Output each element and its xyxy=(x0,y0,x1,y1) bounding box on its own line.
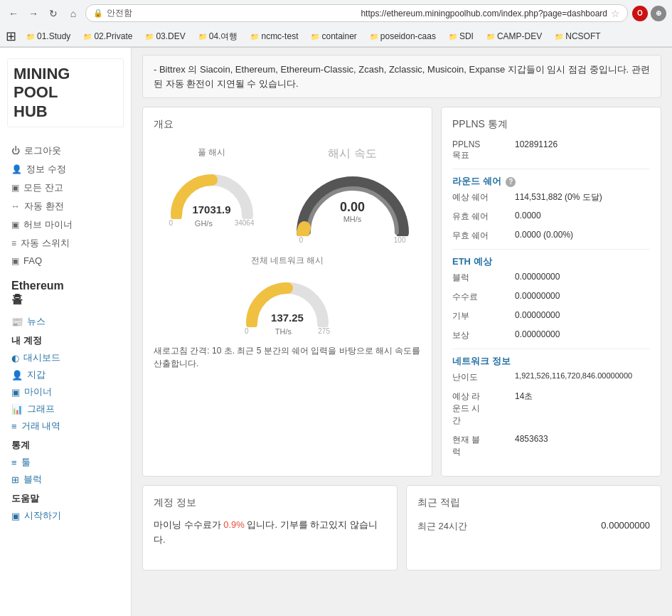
getstarted-icon: ▣ xyxy=(11,511,20,521)
sidebar-item-auto-switch[interactable]: ≡ 자동 스위치 xyxy=(7,234,124,253)
sidebar-item-getstarted[interactable]: ▣ 시작하기 xyxy=(7,507,124,524)
hash-speed-gauge-wrapper: 해시 속도 0.00 xyxy=(296,147,410,244)
network-hash-max: 275 xyxy=(318,327,330,336)
pplns-target-row: PPLNS목표 102891126 xyxy=(452,139,650,161)
news-icon: 📰 xyxy=(11,317,23,327)
network-hash-section: 전체 네트워크 해시 137.25 0 TH/s 275 xyxy=(154,255,421,336)
reward-label: 보상 xyxy=(452,329,509,341)
round-share-info-icon[interactable]: ? xyxy=(506,177,516,187)
valid-share-value: 0.0000 xyxy=(515,211,541,223)
pool-hash-gauge: 17031.9 xyxy=(166,162,258,219)
sidebar-item-auto-exchange[interactable]: ↔ 자동 환전 xyxy=(7,197,124,216)
bookmark-poseidon-label: poseidon-caas xyxy=(380,31,436,41)
content-area: - Bittrex 의 Siacoin, Ethereum, Ethereum-… xyxy=(132,48,672,616)
sidebar-item-dashboard[interactable]: ◐ 대시보드 xyxy=(7,349,124,366)
exchange-icon: ↔ xyxy=(11,201,20,211)
pool-hash-min: 0 xyxy=(169,219,174,228)
back-button[interactable]: ← xyxy=(6,6,21,21)
notice-banner: - Bittrex 의 Siacoin, Ethereum, Ethereum-… xyxy=(142,55,661,98)
wallet-label: 지갑 xyxy=(27,368,46,381)
user-icon: 👤 xyxy=(11,164,22,174)
eth-estimate-title[interactable]: ETH 예상 xyxy=(452,255,650,268)
forward-button[interactable]: → xyxy=(26,6,41,21)
sidebar: MINING POOL HUB ⏻ 로그아웃 👤 정보 수정 ▣ 모든 잔고 ↔… xyxy=(0,48,132,616)
bookmark-sdi[interactable]: 📁 SDI xyxy=(443,30,479,43)
notice-text: - Bittrex 의 Siacoin, Ethereum, Ethereum-… xyxy=(154,64,650,89)
network-info-title[interactable]: 네트워크 정보 xyxy=(452,355,650,368)
faq-label: FAQ xyxy=(23,255,42,266)
block-row: 블럭 0.00000000 xyxy=(452,272,650,284)
hash-speed-value: 0.00 xyxy=(340,200,365,215)
sidebar-item-tools[interactable]: ≡ 툴 xyxy=(7,454,124,471)
current-block-row: 현재 블럭 4853633 xyxy=(452,434,650,458)
current-block-value: 4853633 xyxy=(515,434,548,458)
bookmark-study[interactable]: 📁 01.Study xyxy=(21,30,76,43)
recent-24h-value: 0.00000000 xyxy=(601,520,650,533)
all-balance-label: 모든 잔고 xyxy=(23,181,63,194)
bookmark-ncsoft[interactable]: 📁 NCSOFT xyxy=(549,30,606,43)
network-hash-gauge: 137.25 xyxy=(241,270,334,327)
address-text: 안전함 xyxy=(107,7,357,19)
estimated-time-value: 14초 xyxy=(515,391,533,427)
sidebar-item-graph[interactable]: 📊 그래프 xyxy=(7,400,124,418)
bookmark-study-icon: 📁 xyxy=(26,33,35,41)
my-account-group-label: 내 계정 xyxy=(7,330,124,349)
news-label: 뉴스 xyxy=(27,315,46,328)
sidebar-item-faq[interactable]: ▣ FAQ xyxy=(7,253,124,269)
bookmark-ncmc[interactable]: 📁 ncmc-test xyxy=(245,30,304,43)
sidebar-item-hub-miner[interactable]: ▣ 허브 마이너 xyxy=(7,216,124,234)
sidebar-item-transactions[interactable]: ≡ 거래 내역 xyxy=(7,418,124,435)
round-share-title[interactable]: 라운드 쉐어 ? xyxy=(452,175,650,188)
extension-icon[interactable]: ⊕ xyxy=(651,6,666,21)
stats-group-label: 통계 xyxy=(7,435,124,454)
sidebar-item-wallet[interactable]: 👤 지갑 xyxy=(7,366,124,383)
fee-row: 수수료 0.00000000 xyxy=(452,291,650,303)
bookmark-poseidon-icon: 📁 xyxy=(370,33,378,41)
recent-24h-row: 최근 24시간 0.00000000 xyxy=(417,518,650,535)
sidebar-item-news[interactable]: 📰 뉴스 xyxy=(7,313,124,330)
sidebar-item-all-balance[interactable]: ▣ 모든 잔고 xyxy=(7,179,124,197)
bookmark-dev[interactable]: 📁 03.DEV xyxy=(139,30,191,43)
apps-button[interactable]: ⊞ xyxy=(6,28,16,44)
bookmark-campdev[interactable]: 📁 CAMP-DEV xyxy=(481,30,548,43)
dashboard-icon: ◐ xyxy=(11,353,19,363)
refresh-button[interactable]: ↻ xyxy=(46,6,61,21)
recent-24h-label: 최근 24시간 xyxy=(417,520,467,533)
expected-share-label: 예상 쉐어 xyxy=(452,191,509,203)
bookmark-travel[interactable]: 📁 04.여행 xyxy=(193,29,244,44)
bookmark-poseidon[interactable]: 📁 poseidon-caas xyxy=(364,30,442,43)
bookmark-study-label: 01.Study xyxy=(37,31,70,41)
overview-title: 개요 xyxy=(154,118,421,131)
auto-switch-icon: ≡ xyxy=(11,238,16,248)
logo-line3: HUB xyxy=(14,102,117,121)
address-bar[interactable]: 🔒 안전함 https://ethereum.miningpoolhub.com… xyxy=(85,4,628,22)
pplns-card: PPLNS 통계 PPLNS목표 102891126 라운드 쉐어 ? 예상 쉐… xyxy=(441,107,661,477)
ethereum-section-title: Ethereum 홀 xyxy=(11,280,124,307)
tools-icon: ≡ xyxy=(11,457,17,468)
home-button[interactable]: ⌂ xyxy=(65,6,81,21)
bookmark-private[interactable]: 📁 02.Private xyxy=(78,30,138,43)
power-icon: ⏻ xyxy=(11,146,20,156)
miner-label: 마이너 xyxy=(24,386,52,398)
hash-speed-gauge: 0.00 MH/s xyxy=(296,165,410,236)
sidebar-item-miner[interactable]: ▣ 마이너 xyxy=(7,383,124,400)
bookmark-ncmc-label: ncmc-test xyxy=(261,31,298,41)
wallet-icon: 👤 xyxy=(11,370,23,381)
bookmarks-bar: ⊞ 📁 01.Study 📁 02.Private 📁 03.DEV 📁 04.… xyxy=(0,26,672,47)
invalid-share-value: 0.0000 (0.00%) xyxy=(515,230,573,242)
bookmark-star-button[interactable]: ☆ xyxy=(611,8,620,19)
divider-1 xyxy=(452,169,650,169)
pool-hash-label: 풀 해시 xyxy=(198,147,225,159)
valid-share-label: 유효 쉐어 xyxy=(452,211,509,223)
sidebar-item-logout[interactable]: ⏻ 로그아웃 xyxy=(7,142,124,160)
pool-hash-unit: GH/s xyxy=(195,219,213,228)
sidebar-item-profile[interactable]: 👤 정보 수정 xyxy=(7,160,124,179)
bookmark-container[interactable]: 📁 container xyxy=(305,30,362,43)
opera-icon[interactable]: O xyxy=(632,6,648,21)
bookmark-container-icon: 📁 xyxy=(311,33,319,41)
sidebar-item-blocks[interactable]: ⊞ 블럭 xyxy=(7,471,124,488)
main-layout: MINING POOL HUB ⏻ 로그아웃 👤 정보 수정 ▣ 모든 잔고 ↔… xyxy=(0,48,672,616)
network-hash-range: 0 TH/s 275 xyxy=(245,327,330,336)
fee-link[interactable]: 0.9% xyxy=(223,519,245,530)
hash-speed-value-container: 0.00 MH/s xyxy=(340,200,365,223)
